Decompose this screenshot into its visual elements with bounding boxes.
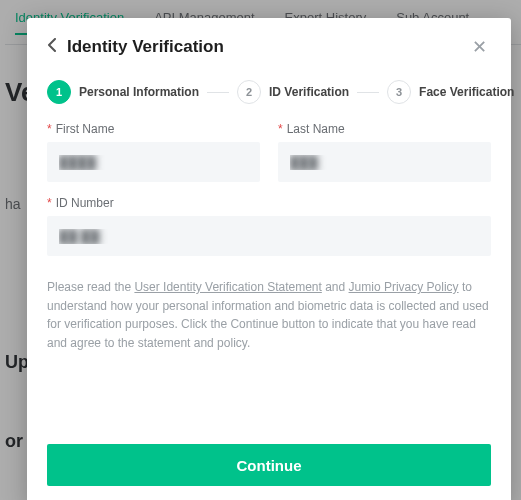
id-number-input[interactable]: [47, 216, 491, 256]
step-number-badge: 3: [387, 80, 411, 104]
stepper: 1 Personal Information 2 ID Verification…: [47, 80, 491, 104]
step-separator: [357, 92, 379, 93]
step-label: ID Verification: [269, 85, 349, 99]
step-personal-information: 1 Personal Information: [47, 80, 199, 104]
identity-verification-modal: Identity Verification ✕ 1 Personal Infor…: [27, 18, 511, 500]
first-name-input[interactable]: [47, 142, 260, 182]
modal-title: Identity Verification: [67, 37, 458, 57]
step-label: Personal Information: [79, 85, 199, 99]
close-icon[interactable]: ✕: [468, 36, 491, 58]
last-name-field: *Last Name: [278, 122, 491, 182]
step-number-badge: 1: [47, 80, 71, 104]
field-label: *Last Name: [278, 122, 491, 136]
field-label: *First Name: [47, 122, 260, 136]
link-jumio-privacy-policy[interactable]: Jumio Privacy Policy: [349, 280, 459, 294]
id-number-field: *ID Number: [47, 196, 491, 256]
step-face-verification: 3 Face Verification: [387, 80, 514, 104]
continue-button[interactable]: Continue: [47, 444, 491, 486]
field-label: *ID Number: [47, 196, 491, 210]
step-separator: [207, 92, 229, 93]
step-id-verification: 2 ID Verification: [237, 80, 349, 104]
link-user-identity-verification-statement[interactable]: User Identity Verification Statement: [134, 280, 321, 294]
step-number-badge: 2: [237, 80, 261, 104]
step-label: Face Verification: [419, 85, 514, 99]
last-name-input[interactable]: [278, 142, 491, 182]
back-icon[interactable]: [47, 38, 57, 56]
first-name-field: *First Name: [47, 122, 260, 182]
disclaimer-text: Please read the User Identity Verificati…: [47, 278, 491, 352]
